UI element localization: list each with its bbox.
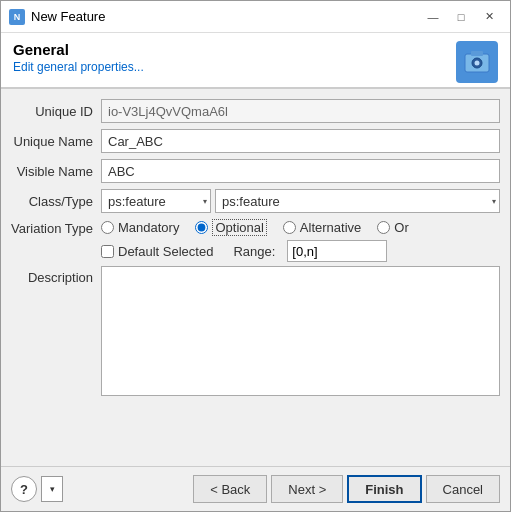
default-selected-checkbox[interactable] [101,245,114,258]
button-bar: ? ▾ < Back Next > Finish Cancel [1,467,510,511]
optional-radio-item[interactable]: Optional [195,219,266,236]
class-select1-wrapper: ps:feature ▾ [101,189,211,213]
variation-options: Mandatory Optional Alternative Or [101,219,500,262]
default-selected-checkbox-item[interactable]: Default Selected [101,244,213,259]
visible-name-row: Visible Name [1,159,510,183]
section-title: General [13,41,144,58]
radio-group: Mandatory Optional Alternative Or [101,219,500,236]
visible-name-input[interactable] [101,159,500,183]
window-title: New Feature [31,9,420,24]
unique-id-label: Unique ID [11,104,101,119]
mandatory-radio[interactable] [101,221,114,234]
visible-name-label: Visible Name [11,164,101,179]
alternative-radio-item[interactable]: Alternative [283,220,361,235]
form-area: Unique ID Unique Name Visible Name Class… [1,89,510,466]
unique-name-row: Unique Name [1,129,510,153]
default-selected-label: Default Selected [118,244,213,259]
description-textarea[interactable] [101,266,500,396]
mandatory-label: Mandatory [118,220,179,235]
window-controls: — □ ✕ [420,6,502,28]
unique-id-row: Unique ID [1,99,510,123]
window: N New Feature — □ ✕ General Edit general… [0,0,511,512]
variation-type-row: Variation Type Mandatory Optional Altern… [1,219,510,262]
section-subtitle: Edit general properties... [13,60,144,74]
next-button[interactable]: Next > [271,475,343,503]
range-input[interactable] [287,240,387,262]
description-row: Description [1,266,510,396]
class-type-row: Class/Type ps:feature ▾ ps:feature ▾ [1,189,510,213]
section-header: General Edit general properties... [1,33,510,88]
dropdown-button[interactable]: ▾ [41,476,63,502]
alternative-radio[interactable] [283,221,296,234]
window-icon: N [9,9,25,25]
mandatory-radio-item[interactable]: Mandatory [101,220,179,235]
unique-name-label: Unique Name [11,134,101,149]
title-bar: N New Feature — □ ✕ [1,1,510,33]
back-button[interactable]: < Back [193,475,267,503]
close-button[interactable]: ✕ [476,6,502,28]
maximize-button[interactable]: □ [448,6,474,28]
class-select2-wrapper: ps:feature ▾ [215,189,500,213]
class-select2[interactable]: ps:feature [215,189,500,213]
or-label: Or [394,220,408,235]
optional-radio[interactable] [195,221,208,234]
cancel-button[interactable]: Cancel [426,475,500,503]
or-radio[interactable] [377,221,390,234]
help-button[interactable]: ? [11,476,37,502]
optional-label: Optional [212,219,266,236]
checkbox-range-row: Default Selected Range: [101,240,500,262]
or-radio-item[interactable]: Or [377,220,408,235]
variation-type-label: Variation Type [11,219,101,236]
range-label: Range: [233,244,275,259]
svg-point-5 [475,61,480,66]
class-select1[interactable]: ps:feature [101,189,211,213]
description-label: Description [11,266,101,285]
svg-text:N: N [14,12,21,22]
minimize-button[interactable]: — [420,6,446,28]
alternative-label: Alternative [300,220,361,235]
class-type-label: Class/Type [11,194,101,209]
section-icon [456,41,498,83]
unique-id-input[interactable] [101,99,500,123]
svg-rect-4 [471,51,483,56]
finish-button[interactable]: Finish [347,475,421,503]
unique-name-input[interactable] [101,129,500,153]
